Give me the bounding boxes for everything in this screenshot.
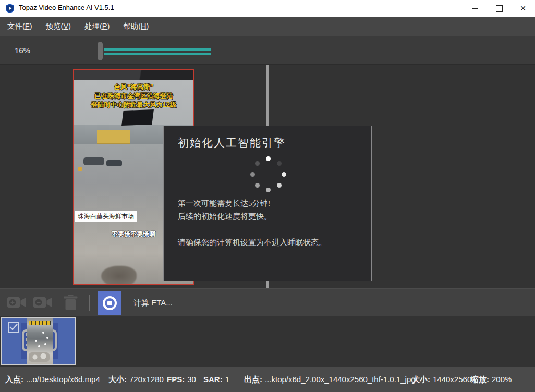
playback-toolbar: 16% / 357 [ : ] — [0, 36, 535, 65]
caption-line-1: 台风“海高斯” — [74, 83, 193, 92]
thumbnail-caption-smudge — [29, 321, 51, 325]
thumbnail-checkbox[interactable] — [8, 322, 19, 333]
titlebar: Topaz Video Enhance AI V1.5.1 ✕ — [0, 0, 535, 17]
trash-icon — [64, 295, 78, 311]
eta-label: 计算 ETA... — [133, 298, 173, 308]
window-title: Topaz Video Enhance AI V1.5.1 — [19, 4, 114, 11]
menu-item-process[interactable]: 处理(P) — [84, 21, 110, 31]
timeline-track-bottom — [104, 53, 211, 55]
add-video-button[interactable] — [7, 296, 27, 311]
add-video-icon — [7, 296, 27, 309]
video-thumbnail-item[interactable] — [1, 317, 76, 365]
app-window: Topaz Video Enhance AI V1.5.1 ✕ 文件(F) 预览… — [0, 0, 535, 392]
topaz-logo-icon — [5, 4, 15, 13]
process-toolbar: 计算 ETA... — [0, 288, 535, 316]
dialog-line-2: 后续的初始化速度将更快。 — [178, 210, 326, 223]
remove-video-button[interactable] — [33, 296, 53, 311]
caption-line-3: 登陆时中心附近最大风力12级 — [74, 101, 193, 109]
statusbar: 入点:...o/Desktop/x6d.mp4 大小:720x1280 FPS:… — [0, 367, 535, 392]
dialog-title: 初始化人工智能引擎 — [178, 136, 286, 150]
delete-video-button[interactable] — [64, 295, 78, 313]
zoom-level-label: 16% — [15, 46, 30, 55]
status-in-size: 大小:720x1280 — [108, 375, 164, 385]
minimize-icon — [472, 8, 478, 9]
dialog-body: 第一次可能需要长达5分钟! 后续的初始化速度将更快。 请确保您的计算机设置为不进… — [178, 197, 326, 249]
toolbar-divider — [89, 295, 90, 311]
status-out-size: 大小:1440x2560 — [412, 375, 471, 385]
window-controls: ✕ — [463, 0, 535, 17]
status-zoom: 缩放:200% — [471, 375, 512, 385]
video-caption-overlay: 台风“海高斯” 已在珠海市金湾区沿海登陆 登陆时中心附近最大风力12级 — [74, 83, 193, 109]
thumbnail-image — [27, 318, 53, 364]
thumbnail-strip — [0, 316, 535, 367]
timeline-slider-handle[interactable] — [98, 42, 103, 60]
stop-processing-button[interactable] — [98, 291, 121, 315]
remove-video-icon — [33, 296, 53, 309]
maximize-button[interactable] — [487, 0, 511, 17]
status-in-point: 入点:...o/Desktop/x6d.mp4 — [5, 375, 100, 385]
location-tag: 珠海白藤头海鲜市场 — [75, 211, 137, 222]
timeline-slider[interactable] — [96, 39, 212, 62]
menu-item-help[interactable]: 帮助(H) — [123, 21, 149, 31]
init-ai-engine-dialog: 初始化人工智能引擎 第一次可能需要长达5分钟! 后续的初始化速度将更快。 请确保… — [163, 126, 372, 281]
preview-area: 台风“海高斯” 已在珠海市金湾区沿海登陆 登陆时中心附近最大风力12级 珠海白藤… — [0, 65, 535, 288]
dialog-line-3: 请确保您的计算机设置为不进入睡眠状态。 — [178, 236, 326, 249]
menu-item-file[interactable]: 文件(F) — [7, 21, 32, 31]
status-fps: FPS:30 — [167, 375, 196, 384]
timeline-track-top — [104, 48, 211, 51]
close-icon: ✕ — [520, 5, 526, 12]
menubar: 文件(F) 预览(V) 处理(P) 帮助(H) — [0, 17, 535, 36]
stop-processing-icon — [103, 296, 117, 310]
close-button[interactable]: ✕ — [511, 0, 535, 17]
minimize-button[interactable] — [463, 0, 487, 17]
status-sar: SAR:1 — [203, 375, 229, 384]
thumbnail-detail — [29, 352, 50, 362]
status-out-point: 出点:...ktop/x6d_2.00x_1440x2560_thf-1.0.1… — [244, 375, 418, 385]
checkmark-icon — [9, 324, 18, 330]
maximize-icon — [496, 5, 503, 12]
dialog-line-1: 第一次可能需要长达5分钟! — [178, 197, 326, 210]
menu-item-preview[interactable]: 预览(V) — [46, 21, 71, 31]
caption-line-2: 已在珠海市金湾区沿海登陆 — [74, 92, 193, 101]
